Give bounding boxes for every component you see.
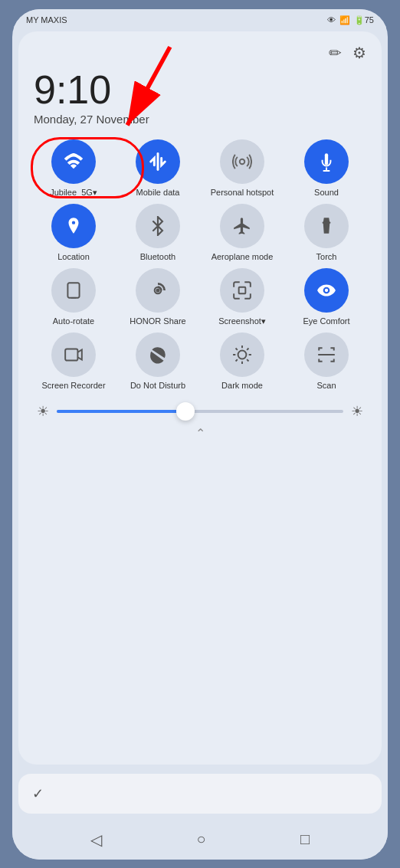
svg-rect-9 — [239, 287, 246, 294]
tile-auto-rotate[interactable]: Auto-rotate — [34, 268, 113, 326]
tile-eye-comfort[interactable]: Eye Comfort — [287, 268, 366, 326]
sound-icon — [304, 139, 349, 184]
screen-recorder-icon — [51, 332, 96, 377]
carrier-text: MY MAXIS — [26, 15, 67, 25]
brightness-fill — [57, 410, 185, 413]
battery-icon: 🔋75 — [354, 15, 374, 25]
mobile-data-icon — [136, 139, 180, 184]
scan-icon — [304, 332, 349, 377]
screenshot-label: Screenshot▾ — [218, 316, 266, 326]
dark-mode-label: Dark mode — [221, 381, 263, 391]
hotspot-label: Personal hotspot — [211, 188, 274, 198]
tile-hotspot[interactable]: Personal hotspot — [202, 139, 282, 198]
brightness-slider[interactable] — [57, 410, 343, 413]
notification-panel: ✏ ⚙ 9:10 Monday, 27 November — [18, 31, 382, 765]
tile-wifi[interactable]: Jubilee_5G▾ — [34, 139, 113, 198]
tile-sound[interactable]: Sound — [287, 139, 366, 198]
location-icon — [51, 204, 96, 248]
recent-button[interactable]: □ — [300, 830, 310, 848]
torch-label: Torch — [316, 252, 337, 262]
brightness-thumb[interactable] — [176, 402, 195, 421]
swipe-indicator: ⌃ — [34, 426, 366, 441]
auto-rotate-icon — [51, 268, 96, 313]
brightness-row: ☀ ☀ — [34, 403, 366, 420]
honor-share-icon — [136, 268, 180, 313]
svg-point-12 — [238, 351, 247, 359]
quick-tiles: Jubilee_5G▾ Mobile data — [34, 139, 366, 391]
dark-mode-icon — [220, 332, 264, 377]
settings-button[interactable]: ⚙ — [352, 44, 366, 62]
screen-recorder-label: Screen Recorder — [41, 381, 105, 391]
svg-point-10 — [325, 289, 328, 292]
tile-do-not-disturb[interactable]: Do Not Disturb — [118, 332, 198, 391]
status-bar: MY MAXIS 👁 📶 🔋75 — [12, 9, 388, 28]
svg-point-8 — [156, 289, 159, 291]
bottom-menu-icon[interactable]: ✓ — [32, 785, 44, 802]
status-icons: 👁 📶 🔋75 — [327, 15, 374, 25]
panel-header: ✏ ⚙ — [34, 44, 366, 62]
svg-rect-5 — [323, 221, 331, 223]
wifi-label: Jubilee_5G▾ — [50, 188, 97, 198]
bottom-bar: ✓ — [18, 774, 382, 814]
sound-label: Sound — [314, 188, 339, 198]
aeroplane-label: Aeroplane mode — [211, 252, 274, 262]
scan-label: Scan — [316, 381, 336, 391]
screenshot-icon — [220, 268, 264, 313]
eye-comfort-icon — [304, 268, 349, 313]
nav-bar: ◁ ○ □ — [12, 820, 388, 860]
torch-icon — [304, 204, 349, 248]
clock-date: Monday, 27 November — [34, 113, 366, 126]
auto-rotate-label: Auto-rotate — [53, 316, 94, 326]
tile-dark-mode[interactable]: Dark mode — [202, 332, 282, 391]
back-button[interactable]: ◁ — [90, 830, 102, 849]
brightness-low-icon: ☀ — [37, 403, 49, 420]
wifi-icon — [51, 139, 96, 184]
edit-button[interactable]: ✏ — [329, 44, 342, 62]
eye-comfort-label: Eye Comfort — [303, 316, 349, 326]
honor-share-label: HONOR Share — [130, 316, 185, 326]
aeroplane-icon — [220, 204, 264, 248]
mobile-data-label: Mobile data — [136, 188, 180, 198]
bluetooth-icon — [136, 204, 180, 248]
svg-point-2 — [240, 159, 245, 164]
location-label: Location — [57, 252, 90, 262]
do-not-disturb-icon — [136, 332, 180, 377]
brightness-high-icon: ☀ — [351, 403, 363, 420]
tile-scan[interactable]: Scan — [287, 332, 366, 391]
do-not-disturb-label: Do Not Disturb — [130, 381, 185, 391]
red-arrow — [103, 40, 195, 139]
svg-line-1 — [127, 47, 170, 125]
tile-mobile-data[interactable]: Mobile data — [118, 139, 198, 198]
tile-bluetooth[interactable]: Bluetooth — [118, 204, 198, 262]
hotspot-icon — [220, 139, 264, 184]
svg-rect-11 — [65, 349, 77, 360]
clock-time: 9:10 — [34, 70, 366, 110]
tile-location[interactable]: Location — [34, 204, 113, 262]
phone-frame: MY MAXIS 👁 📶 🔋75 ✏ ⚙ 9:10 Monday, 27 Nov… — [12, 9, 388, 860]
eye-icon: 👁 — [327, 15, 336, 25]
clock-section: 9:10 Monday, 27 November — [34, 70, 366, 126]
home-button[interactable]: ○ — [196, 830, 205, 848]
signal-icon: 📶 — [339, 15, 350, 25]
svg-rect-6 — [67, 283, 79, 298]
tile-aeroplane[interactable]: Aeroplane mode — [202, 204, 282, 262]
bluetooth-label: Bluetooth — [140, 252, 175, 262]
tile-screen-recorder[interactable]: Screen Recorder — [34, 332, 113, 391]
tile-honor-share[interactable]: HONOR Share — [118, 268, 198, 326]
tile-screenshot[interactable]: Screenshot▾ — [202, 268, 282, 326]
tile-torch[interactable]: Torch — [287, 204, 366, 262]
